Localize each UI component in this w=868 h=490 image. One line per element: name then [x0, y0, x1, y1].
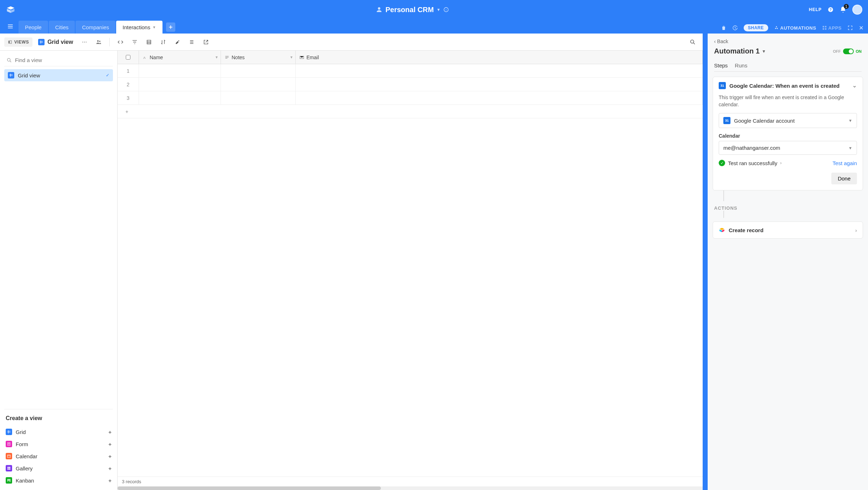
tab-people[interactable]: People: [19, 21, 48, 34]
chevron-down-icon[interactable]: ⌄: [852, 82, 857, 89]
connector-line: [723, 190, 724, 201]
account-selector[interactable]: 31 Google Calendar account ▼: [719, 113, 857, 128]
tab-runs[interactable]: Runs: [735, 60, 747, 71]
google-calendar-icon: 31: [719, 82, 726, 89]
close-panel-icon[interactable]: [859, 25, 864, 30]
automation-title[interactable]: Automation 1 ▼: [714, 47, 766, 55]
apps-button[interactable]: APPS: [822, 25, 842, 31]
notifications-button[interactable]: 1: [839, 6, 847, 13]
svg-rect-6: [822, 28, 824, 30]
share-button[interactable]: SHARE: [744, 24, 768, 31]
svg-point-14: [7, 58, 10, 61]
base-dropdown-icon[interactable]: ▼: [436, 7, 440, 12]
help-link[interactable]: HELP: [809, 7, 822, 12]
svg-point-11: [99, 40, 100, 42]
table-row[interactable]: 2: [118, 78, 703, 91]
row-height-icon[interactable]: [186, 36, 197, 48]
svg-rect-19: [7, 469, 9, 470]
svg-text:i: i: [446, 8, 446, 11]
chevron-right-icon: ›: [855, 227, 857, 233]
trigger-description: This trigger will fire when an event is …: [719, 94, 857, 108]
add-row-button[interactable]: +: [118, 105, 703, 118]
tab-cities[interactable]: Cities: [49, 21, 75, 34]
more-icon[interactable]: ⋯: [79, 36, 90, 48]
action-create-record[interactable]: Create record ›: [713, 221, 863, 239]
svg-point-10: [97, 40, 99, 42]
done-button[interactable]: Done: [831, 173, 857, 184]
group-icon[interactable]: [143, 36, 155, 48]
svg-rect-5: [825, 26, 826, 27]
svg-rect-16: [7, 455, 10, 458]
svg-rect-21: [7, 479, 8, 481]
view-item-grid-view[interactable]: Grid view ✓: [4, 69, 113, 81]
svg-rect-7: [825, 28, 826, 30]
chevron-down-icon[interactable]: ▼: [215, 55, 218, 59]
tab-companies[interactable]: Companies: [76, 21, 115, 34]
svg-rect-12: [147, 40, 151, 44]
create-view-kanban[interactable]: Kanban+: [4, 474, 113, 486]
test-result-text[interactable]: Test ran successfully: [728, 160, 777, 166]
success-icon: ✓: [719, 160, 725, 166]
check-icon: ✓: [106, 73, 109, 78]
svg-rect-17: [7, 467, 9, 468]
column-header-email[interactable]: Email: [296, 51, 703, 64]
menu-icon[interactable]: [4, 20, 16, 32]
connector-line: [723, 211, 724, 218]
airtable-icon: [719, 227, 725, 233]
share-view-icon[interactable]: [200, 36, 212, 48]
base-title[interactable]: Personal CRM: [386, 6, 434, 14]
create-view-gallery[interactable]: Gallery+: [4, 462, 113, 474]
trigger-header[interactable]: 31 Google Calendar: When an event is cre…: [713, 77, 863, 94]
svg-point-13: [691, 40, 694, 43]
column-header-name[interactable]: A Name▼: [139, 51, 221, 64]
horizontal-scrollbar[interactable]: [118, 486, 703, 490]
select-all-checkbox[interactable]: [118, 51, 139, 64]
color-icon[interactable]: [172, 36, 183, 48]
info-icon[interactable]: i: [443, 7, 449, 12]
svg-text:?: ?: [830, 7, 832, 12]
create-view-grid[interactable]: Grid+: [4, 426, 113, 438]
svg-rect-22: [9, 479, 9, 481]
code-icon[interactable]: [115, 36, 126, 48]
find-view-input[interactable]: [15, 57, 111, 63]
actions-section-label: ACTIONS: [714, 205, 863, 211]
chevron-down-icon[interactable]: ▼: [290, 55, 293, 59]
views-sidebar-toggle[interactable]: VIEWS: [4, 37, 32, 47]
current-view-selector[interactable]: Grid view: [35, 39, 76, 45]
svg-text:A: A: [143, 56, 146, 59]
create-view-heading: Create a view: [4, 415, 113, 422]
search-icon[interactable]: [687, 36, 698, 48]
collaborators-icon[interactable]: [93, 36, 104, 48]
history-icon[interactable]: [732, 25, 738, 31]
calendar-selector[interactable]: me@nathanganser.com ▼: [719, 141, 857, 155]
sort-icon[interactable]: [157, 36, 169, 48]
tab-interactions[interactable]: Interactions▼: [116, 21, 162, 34]
user-avatar[interactable]: [852, 5, 862, 15]
back-button[interactable]: ‹ Back: [714, 39, 728, 44]
table-row[interactable]: 1: [118, 64, 703, 78]
add-table-button[interactable]: [166, 22, 175, 32]
search-icon: [6, 57, 12, 63]
trash-icon[interactable]: [721, 25, 727, 31]
automations-button[interactable]: AUTOMATIONS: [774, 25, 816, 31]
svg-rect-23: [10, 479, 10, 482]
tab-steps[interactable]: Steps: [714, 60, 728, 71]
chevron-down-icon[interactable]: ▼: [153, 25, 156, 29]
airtable-logo-icon[interactable]: [6, 5, 16, 15]
help-icon[interactable]: ?: [827, 6, 834, 13]
person-icon: [376, 6, 383, 13]
create-view-form[interactable]: Form+: [4, 438, 113, 450]
svg-rect-20: [9, 469, 11, 470]
automation-toggle[interactable]: OFF ON: [833, 49, 862, 54]
svg-rect-8: [9, 41, 10, 44]
record-count: 3 records: [118, 476, 703, 486]
create-view-calendar[interactable]: Calendar+: [4, 450, 113, 462]
column-header-notes[interactable]: Notes▼: [221, 51, 296, 64]
test-again-button[interactable]: Test again: [833, 160, 857, 166]
filter-icon[interactable]: [129, 36, 140, 48]
table-row[interactable]: 3: [118, 91, 703, 105]
chevron-down-icon: ▼: [848, 146, 852, 150]
notification-badge: 1: [844, 4, 849, 9]
expand-icon[interactable]: [847, 25, 853, 31]
svg-rect-4: [822, 26, 824, 27]
